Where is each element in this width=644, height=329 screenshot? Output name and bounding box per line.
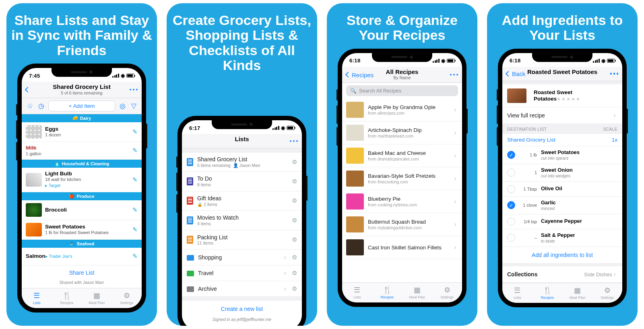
list-row[interactable]: Movies to Watch4 items ⚙ xyxy=(182,211,302,230)
calendar-icon: ▦ xyxy=(414,286,421,294)
gear-icon[interactable]: ⚙ xyxy=(292,269,297,277)
chevron-right-icon: › xyxy=(284,269,286,277)
tab-mealplan[interactable]: ▦Meal Plan xyxy=(82,288,112,308)
phone-mock-1: 7:45 ◉ Shared Grocery List 5 of 6 items … xyxy=(17,64,146,312)
gear-icon[interactable]: ⚙ xyxy=(292,217,297,224)
tab-recipes[interactable]: 🍴Recipes xyxy=(533,283,563,303)
recipe-row[interactable]: Baked Mac and Cheesefrom dramaticpancake… xyxy=(342,144,462,167)
destination-row[interactable]: Shared Grocery List1x xyxy=(502,134,622,146)
add-all-ingredients-button[interactable]: Add all ingredients to list xyxy=(502,247,622,266)
share-list-button[interactable]: Share List xyxy=(22,265,142,280)
recipe-row[interactable]: Butternut Squash Breadfrom mybakingaddic… xyxy=(342,213,462,236)
recipe-row[interactable]: Cast Iron Skillet Salmon Fillets › xyxy=(342,236,462,259)
panel-heading: Create Grocery Lists, Shopping Lists & C… xyxy=(171,13,313,73)
back-button[interactable]: Recipes xyxy=(346,71,374,78)
item-thumb xyxy=(26,125,42,139)
create-new-list-button[interactable]: Create a new list xyxy=(182,301,302,317)
item-row-eggs[interactable]: Eggs1 dozen ✎ xyxy=(22,122,142,142)
tab-recipes[interactable]: 🍴Recipes xyxy=(372,283,402,302)
list-row[interactable]: Gift Ideas🔒 2 items ⚙ xyxy=(182,191,302,211)
more-button[interactable] xyxy=(450,74,458,76)
recipe-thumb xyxy=(346,125,364,141)
star-icon[interactable]: ☆ xyxy=(26,102,34,110)
gear-icon[interactable]: ⚙ xyxy=(292,178,297,185)
item-row-broccoli[interactable]: Broccoli ✎ xyxy=(22,200,142,220)
collections-row[interactable]: CollectionsSide Dishes › xyxy=(502,266,622,283)
tab-recipes[interactable]: 🍴Recipes xyxy=(52,288,82,308)
ingredient-row[interactable]: – Salt & Pepperto taste xyxy=(502,229,622,247)
ingredient-row[interactable]: 1 Sweet Onioncut into wedges xyxy=(502,164,622,182)
gear-icon: ⚙ xyxy=(124,291,130,300)
calendar-icon: ▦ xyxy=(574,286,581,295)
search-input[interactable]: 🔍Search All Recipes xyxy=(346,85,458,96)
tab-lists[interactable]: ☰Lists xyxy=(342,283,372,302)
item-row-sweet-potatoes[interactable]: Sweet Potatoes1 lb for Roasted Sweet Pot… xyxy=(22,220,142,240)
edit-icon[interactable]: ✎ xyxy=(132,206,138,214)
item-row-lightbulb[interactable]: Light Bulb18 watt for kitchen▸ Target ✎ xyxy=(22,168,142,192)
recipe-image xyxy=(507,88,526,103)
more-button[interactable] xyxy=(610,73,619,75)
ingredient-checkbox[interactable] xyxy=(507,201,515,209)
ingredient-row[interactable]: 1 Tbsp Olive Oil xyxy=(502,182,622,197)
more-button[interactable] xyxy=(290,140,298,142)
recipe-row[interactable]: Bavarian-Style Soft Pretzelsfrom finecoo… xyxy=(342,167,462,190)
nav-subtitle: 5 of 6 items remaining xyxy=(26,90,138,95)
tab-mealplan[interactable]: ▦Meal Plan xyxy=(402,283,432,302)
edit-icon[interactable]: ✎ xyxy=(132,226,138,233)
back-button[interactable]: Back xyxy=(506,70,525,77)
navbar: Recipes All Recipes By Name xyxy=(342,67,462,83)
recent-icon[interactable]: ◷ xyxy=(37,102,45,110)
gear-icon[interactable]: ⚙ xyxy=(292,254,297,261)
gear-icon[interactable]: ⚙ xyxy=(292,236,297,243)
recipe-thumb xyxy=(346,148,364,164)
list-row[interactable]: Packing List11 items ⚙ xyxy=(182,230,302,250)
gear-icon[interactable]: ⚙ xyxy=(292,158,297,166)
edit-icon[interactable]: ✎ xyxy=(132,176,138,183)
wifi-icon: ◉ xyxy=(281,125,285,131)
item-row-salmon[interactable]: Salmon▸ Trader Joe's ✎ xyxy=(22,248,142,265)
edit-icon[interactable]: ✎ xyxy=(132,147,138,154)
list-icon: ☰ xyxy=(33,291,40,300)
ingredient-checkbox[interactable] xyxy=(507,151,515,159)
view-full-recipe-button[interactable]: View full recipe› xyxy=(502,107,622,124)
chevron-right-icon: › xyxy=(613,111,616,119)
recipe-row[interactable]: Apple Pie by Grandma Oplefrom allrecipes… xyxy=(342,99,462,121)
item-row-milk[interactable]: Milk1 gallon ✎ xyxy=(22,142,142,160)
gear-icon[interactable]: ⚙ xyxy=(292,285,297,292)
tab-settings[interactable]: ⚙Settings xyxy=(432,283,462,302)
back-button[interactable] xyxy=(26,88,31,92)
ingredient-row[interactable]: 1 clove Garlicminced xyxy=(502,197,622,214)
tab-mealplan[interactable]: ▦Meal Plan xyxy=(562,283,592,303)
edit-icon[interactable]: ✎ xyxy=(132,128,138,136)
ingredient-row[interactable]: 1/4 tsp Cayenne Pepper xyxy=(502,214,622,229)
more-button[interactable] xyxy=(130,89,138,91)
tab-settings[interactable]: ⚙Settings xyxy=(592,283,623,303)
recipe-row[interactable]: Artichoke-Spinach Dipfrom marthastewart.… xyxy=(342,121,462,144)
chevron-right-icon: › xyxy=(454,243,456,251)
filter-icon[interactable]: ▽ xyxy=(130,102,138,110)
folder-row[interactable]: Archive › ⚙ xyxy=(182,281,302,297)
battery-icon xyxy=(447,59,455,63)
panel-heading: Store & Organize Your Recipes xyxy=(331,13,473,43)
eye-icon[interactable]: ◎ xyxy=(118,102,126,110)
gear-icon[interactable]: ⚙ xyxy=(292,197,297,204)
edit-icon[interactable]: ✎ xyxy=(132,253,138,260)
folder-row[interactable]: Shopping › ⚙ xyxy=(182,250,302,265)
ingredient-checkbox[interactable] xyxy=(507,185,515,193)
tab-lists[interactable]: ☰Lists xyxy=(502,283,533,303)
ingredient-row[interactable]: 1 lb Sweet Potatoescut into spears xyxy=(502,146,622,164)
ingredient-checkbox[interactable] xyxy=(507,234,515,242)
ingredient-checkbox[interactable] xyxy=(507,169,515,177)
list-row[interactable]: Shared Grocery List5 items remaining 👤 J… xyxy=(182,152,302,172)
tab-lists[interactable]: ☰Lists xyxy=(22,288,52,308)
tab-bar: ☰Lists 🍴Recipes ▦Meal Plan ⚙Settings xyxy=(342,282,462,302)
tab-settings[interactable]: ⚙Settings xyxy=(112,288,142,308)
gear-icon: ⚙ xyxy=(444,286,450,294)
signal-icon xyxy=(272,126,279,130)
recipe-row[interactable]: Blueberry Piefrom cooking.nytimes.com › xyxy=(342,190,462,213)
folder-row[interactable]: Travel › ⚙ xyxy=(182,265,302,281)
list-icon xyxy=(187,216,193,224)
add-item-button[interactable]: + Add Item xyxy=(48,101,115,111)
ingredient-checkbox[interactable] xyxy=(507,218,515,226)
list-row[interactable]: To Do8 items ⚙ xyxy=(182,172,302,191)
